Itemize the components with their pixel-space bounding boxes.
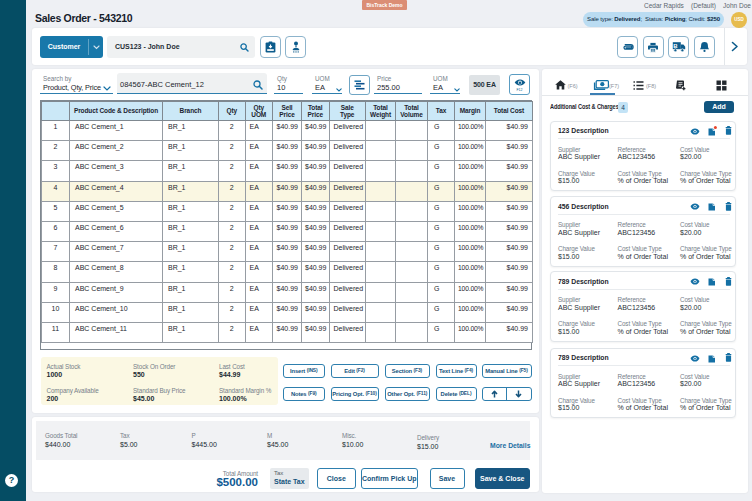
- svg-text:B: B: [673, 43, 678, 49]
